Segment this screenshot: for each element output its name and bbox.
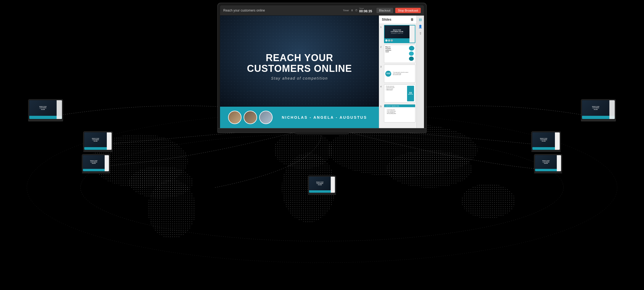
- svg-point-4: [274, 131, 333, 169]
- slide-thumb-img-5[interactable]: CONTENT MARKETING ✓ Construct blogs abou…: [384, 104, 415, 122]
- avatar-nicholas: [228, 111, 241, 124]
- pause-icon[interactable]: ⏸: [351, 9, 353, 12]
- presenters-bar: NICHOLAS - ANGELA - AUGUSTUS: [220, 107, 379, 128]
- sidebar-icons: ▤ 👤 ⇧: [416, 16, 424, 128]
- slide-thumb-2[interactable]: 2 Ways toincreaseaudiencereach: [380, 45, 415, 63]
- sidebar-icon-slides[interactable]: ▤: [418, 17, 423, 22]
- device-top-right-laptop: REACH YOURCUSTOMERSONLINE: [581, 99, 616, 121]
- svg-point-2: [129, 166, 193, 198]
- slides-list: 1 REACH YOURCUSTOMERS ONLINEStay ahead o…: [379, 24, 416, 128]
- main-laptop-shell: Reach your customers online Timer ⏸ ⏱ Ti…: [217, 3, 427, 129]
- content-area: REACH YOUR CUSTOMERS ONLINE Stay ahead o…: [220, 16, 424, 128]
- slide-thumb-img-4[interactable]: ✓ Be active and present✓ Social media ca…: [384, 84, 415, 103]
- slide-thumb-img-3[interactable]: CUSTOMERSTORIES " Encourage people to sh…: [384, 65, 415, 83]
- laptop-base: [217, 129, 427, 133]
- stop-broadcast-button[interactable]: Stop Broadcast: [395, 8, 421, 13]
- slide-thumb-1[interactable]: 1 REACH YOURCUSTOMERS ONLINEStay ahead o…: [380, 25, 415, 43]
- mini-laptop-base-1: [28, 120, 63, 121]
- avatar-angela: [244, 111, 257, 124]
- presenter-names: NICHOLAS - ANGELA - AUGUSTUS: [278, 115, 371, 120]
- app-ui: Reach your customers online Timer ⏸ ⏱ Ti…: [220, 5, 424, 128]
- clock-icon: ⏱: [355, 9, 358, 12]
- slides-header: Slides 🗑: [379, 16, 416, 24]
- slide-thumb-3[interactable]: 3 CUSTOMERSTORIES " Encourage people to …: [380, 65, 415, 83]
- presenter-avatars: [228, 111, 273, 124]
- mini-screen-sidebar-2: [609, 100, 615, 119]
- svg-point-8: [462, 184, 515, 218]
- slides-panel: Slides 🗑 1 REACH YOURCUSTOMERS ONLINESta…: [379, 16, 416, 128]
- presentation-title: Reach your customers online: [223, 9, 343, 12]
- mini-laptop-base-2: [581, 120, 616, 121]
- svg-point-3: [148, 180, 196, 239]
- device-right-tablet: REACH YOURCUSTOMERSONLINE: [531, 131, 561, 152]
- device-top-left-laptop: REACH YOURCUSTOMERSONLINE: [28, 99, 63, 121]
- slide-thumb-4[interactable]: 4 ✓ Be active and present✓ Social media …: [380, 84, 415, 103]
- mini-screen-content-1: REACH YOURCUSTOMERSONLINE: [29, 100, 62, 119]
- svg-point-7: [386, 150, 472, 188]
- sidebar-icon-share[interactable]: ⇧: [418, 31, 423, 36]
- slide-subtitle: Stay ahead of competition: [247, 76, 352, 80]
- avatar-augustus: [259, 111, 273, 124]
- mini-laptop-screen-2: REACH YOURCUSTOMERSONLINE: [581, 99, 616, 120]
- delete-icon[interactable]: 🗑: [411, 18, 414, 21]
- device-bottom-left-tablet: REACH YOURCUSTOMERSONLINE: [82, 154, 110, 173]
- device-bottom-center-tablet: REACH YOURCUSTOMERSONLINE: [308, 176, 336, 195]
- device-bottom-right-tablet: REACH YOURCUSTOMERSONLINE: [534, 154, 562, 173]
- top-bar: Reach your customers online Timer ⏸ ⏱ Ti…: [220, 5, 424, 16]
- slide-thumb-img-2[interactable]: Ways toincreaseaudiencereach: [384, 45, 415, 63]
- top-bar-buttons: Blackout Stop Broadcast: [376, 8, 421, 13]
- mini-laptop-screen-1: REACH YOURCUSTOMERSONLINE: [28, 99, 63, 120]
- slide-title: REACH YOUR CUSTOMERS ONLINE: [247, 53, 352, 74]
- slide-main: REACH YOUR CUSTOMERS ONLINE Stay ahead o…: [220, 16, 379, 128]
- blackout-button[interactable]: Blackout: [376, 8, 393, 13]
- slide-area: REACH YOUR CUSTOMERS ONLINE Stay ahead o…: [220, 16, 379, 128]
- timer-label: Timer: [343, 9, 349, 12]
- timer-value: 00:06:35: [359, 9, 372, 13]
- device-left-tablet: REACH YOURCUSTOMERSONLINE: [83, 131, 113, 152]
- sidebar-icon-persons[interactable]: 👤: [418, 24, 423, 29]
- slide-thumb-5[interactable]: 5 CONTENT MARKETING ✓ Construct blogs ab…: [380, 104, 415, 122]
- mini-screen-sidebar-1: [57, 100, 62, 119]
- slide-thumb-img-1[interactable]: REACH YOURCUSTOMERS ONLINEStay ahead of …: [384, 25, 415, 43]
- slides-header-label: Slides: [382, 18, 391, 21]
- timer-section: Timer ⏸ ⏱ Timer 00:06:35: [343, 8, 372, 13]
- slide-content: REACH YOUR CUSTOMERS ONLINE Stay ahead o…: [241, 47, 357, 85]
- mini-screen-content-2: REACH YOURCUSTOMERSONLINE: [582, 100, 615, 119]
